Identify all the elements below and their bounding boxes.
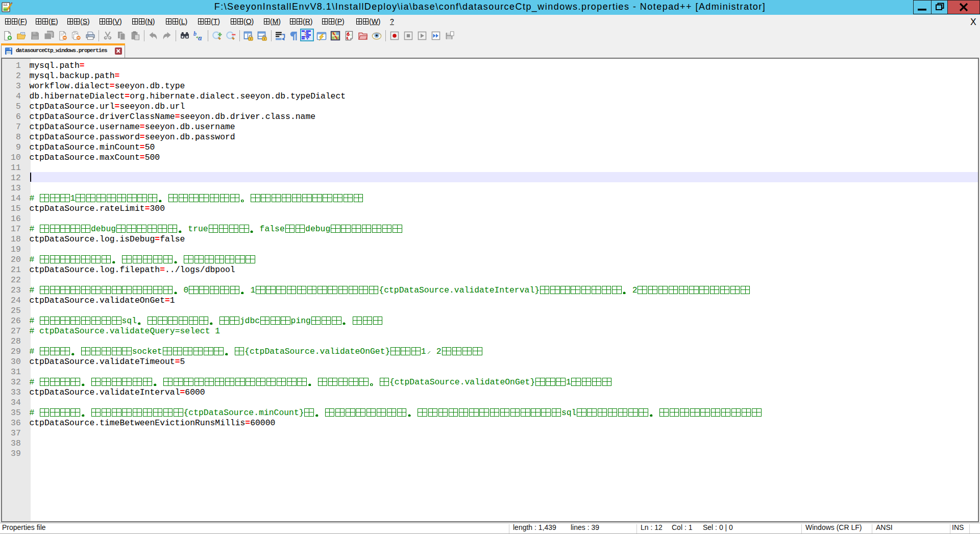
svg-text:b: b	[193, 31, 197, 37]
svg-text:a: a	[198, 34, 202, 41]
